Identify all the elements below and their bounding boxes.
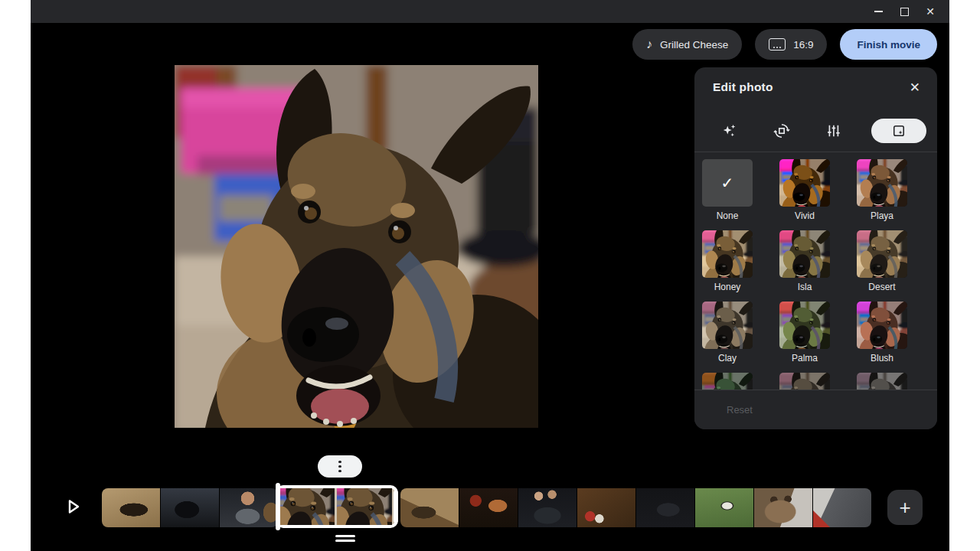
music-track-label: Grilled Cheese: [660, 39, 728, 51]
crop-rotate-icon: [773, 122, 790, 139]
timeline-clip[interactable]: [459, 488, 518, 527]
movie-editor-window: ✕ ♪ Grilled Cheese 16:9 Finish movie: [31, 0, 949, 551]
more-options-icon: [338, 465, 341, 468]
panel-title: Edit photo: [713, 80, 773, 94]
aspect-ratio-icon: [769, 38, 786, 51]
panel-header: Edit photo ✕: [694, 67, 937, 94]
tune-icon: [825, 122, 841, 139]
filter-thumbnail-partial[interactable]: [857, 373, 907, 390]
filter-thumbnail-partial[interactable]: [702, 373, 753, 390]
tab-filters-selected[interactable]: [871, 119, 926, 143]
filter-option-playa[interactable]: Playa: [857, 159, 907, 230]
panel-footer: Reset: [694, 390, 937, 429]
maximize-button[interactable]: [891, 0, 917, 23]
check-icon: ✓: [721, 175, 734, 191]
timeline-clip[interactable]: [577, 488, 635, 527]
clip-drag-handle[interactable]: [335, 535, 355, 544]
filter-label: Desert: [857, 282, 907, 292]
finish-movie-button[interactable]: Finish movie: [840, 29, 937, 60]
filter-thumbnail[interactable]: [702, 302, 753, 349]
window-titlebar: ✕: [31, 0, 949, 23]
filter-option-vivid[interactable]: Vivid: [779, 159, 830, 230]
photo-filter-icon: [891, 123, 906, 139]
timeline-clip[interactable]: [813, 488, 871, 527]
add-clip-button[interactable]: +: [887, 490, 923, 525]
filter-label: Honey: [702, 282, 753, 292]
filters-scroll-area[interactable]: ✓ None Vivid Playa Honey: [694, 152, 937, 390]
filter-label: Blush: [857, 353, 907, 364]
tab-enhance[interactable]: [716, 117, 743, 145]
aspect-ratio-label: 16:9: [793, 39, 813, 51]
timeline-strip-left: [102, 488, 278, 527]
filter-option-partial[interactable]: [779, 373, 830, 390]
plus-icon: +: [899, 496, 910, 520]
filter-thumbnail[interactable]: [857, 159, 907, 207]
timeline-clip[interactable]: [102, 488, 160, 527]
trim-handle-right[interactable]: [394, 491, 398, 523]
filters-grid: ✓ None Vivid Playa Honey: [702, 159, 937, 390]
timeline-clip[interactable]: [695, 488, 753, 527]
sparkle-icon: [721, 122, 738, 139]
filter-option-isla[interactable]: Isla: [779, 230, 830, 302]
filter-label: Vivid: [779, 210, 830, 221]
maximize-icon: [900, 8, 909, 16]
timeline-clip[interactable]: [400, 488, 459, 527]
filter-label: None: [702, 210, 753, 221]
filter-label: Playa: [857, 210, 907, 221]
tab-crop-rotate[interactable]: [768, 117, 795, 145]
aspect-ratio-button[interactable]: 16:9: [755, 29, 827, 60]
timeline-clip[interactable]: [636, 488, 694, 527]
filter-label: Clay: [702, 353, 753, 364]
reset-button[interactable]: Reset: [727, 404, 753, 416]
filter-option-clay[interactable]: Clay: [702, 302, 753, 373]
filter-label: Isla: [779, 282, 830, 292]
minimize-button[interactable]: [865, 0, 891, 23]
clip-frame: [337, 488, 393, 525]
filter-option-partial[interactable]: [857, 373, 907, 390]
filter-thumbnail-partial[interactable]: [779, 373, 830, 390]
timeline-clip[interactable]: [518, 488, 577, 527]
close-icon: ✕: [926, 6, 935, 17]
tab-adjust[interactable]: [819, 117, 847, 145]
filter-thumbnail[interactable]: [857, 302, 907, 349]
photo-preview: [175, 65, 538, 428]
music-note-icon: ♪: [646, 38, 652, 51]
filter-label: Palma: [779, 353, 830, 364]
filter-option-desert[interactable]: Desert: [857, 230, 907, 302]
edit-tabs: [694, 116, 937, 146]
music-track-button[interactable]: ♪ Grilled Cheese: [632, 29, 742, 60]
filter-thumbnail[interactable]: [779, 230, 830, 278]
filter-option-blush[interactable]: Blush: [857, 302, 907, 373]
close-button[interactable]: ✕: [917, 0, 943, 23]
play-button[interactable]: [64, 497, 83, 516]
timeline-clip-selected[interactable]: [276, 485, 398, 528]
filter-option-partial[interactable]: [702, 373, 753, 390]
minimize-icon: [874, 11, 883, 12]
filter-thumbnail[interactable]: [779, 302, 830, 349]
trim-handle-left[interactable]: [276, 483, 280, 530]
panel-close-button[interactable]: ✕: [910, 81, 920, 94]
top-toolbar: ♪ Grilled Cheese 16:9 Finish movie: [632, 29, 937, 60]
finish-movie-label: Finish movie: [857, 39, 920, 51]
timeline-clip[interactable]: [754, 488, 812, 527]
clip-frame: [279, 488, 335, 525]
play-icon: [70, 501, 78, 513]
filter-thumbnail[interactable]: [857, 230, 907, 278]
timeline-clip[interactable]: [161, 488, 219, 527]
timeline-strip-right: [400, 488, 871, 527]
filter-option-none[interactable]: ✓ None: [702, 159, 753, 230]
timeline-clip[interactable]: [220, 488, 278, 527]
filter-option-honey[interactable]: Honey: [702, 230, 753, 302]
edit-photo-panel: Edit photo ✕: [694, 67, 937, 429]
filter-thumbnail[interactable]: [779, 159, 830, 207]
clip-options-button[interactable]: [318, 455, 362, 478]
filter-thumbnail-none[interactable]: ✓: [702, 159, 753, 207]
filter-option-palma[interactable]: Palma: [779, 302, 830, 373]
filter-thumbnail[interactable]: [702, 230, 753, 278]
